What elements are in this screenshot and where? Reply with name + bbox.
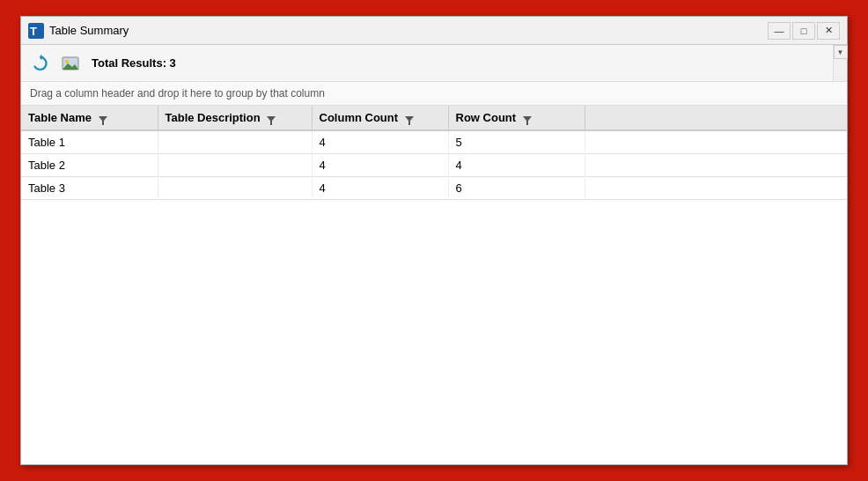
cell-name-1: Table 2 [21, 154, 158, 177]
col-header-row-count[interactable]: Row Count [448, 106, 585, 130]
cell-column_count-2: 4 [312, 177, 448, 200]
app-icon: T [28, 23, 44, 39]
svg-text:T: T [30, 25, 37, 38]
total-results: Total Results: 3 [92, 56, 176, 70]
drag-hint-text: Drag a column header and drop it here to… [30, 87, 325, 100]
cell-extra-2 [585, 177, 847, 200]
table-row[interactable]: Table 244 [21, 154, 847, 177]
image-icon [61, 54, 80, 73]
table-header-row: Table Name Table Description Column Coun… [21, 106, 847, 130]
col-header-extra [585, 106, 847, 130]
window-title: Table Summary [49, 24, 768, 37]
cell-row_count-1: 4 [448, 154, 585, 177]
col-header-column-count[interactable]: Column Count [312, 106, 448, 130]
close-button[interactable]: ✕ [817, 22, 840, 40]
minimize-button[interactable]: — [768, 22, 791, 40]
filter-icon-description[interactable] [267, 115, 276, 123]
image-button[interactable] [58, 51, 83, 76]
filter-icon-name[interactable] [99, 115, 107, 123]
cell-column_count-0: 4 [312, 130, 448, 154]
cell-row_count-2: 6 [448, 177, 585, 200]
col-header-description[interactable]: Table Description [158, 106, 312, 130]
maximize-button[interactable]: □ [792, 22, 815, 40]
filter-icon-column-count[interactable] [405, 115, 414, 123]
table-container: Table Name Table Description Column Coun… [21, 106, 847, 464]
toolbar-scrollbar[interactable]: ▼ [833, 45, 847, 81]
cell-row_count-0: 5 [448, 130, 585, 154]
results-table: Table Name Table Description Column Coun… [21, 106, 847, 200]
cell-description-0 [158, 130, 312, 154]
svg-point-4 [65, 60, 69, 63]
refresh-button[interactable] [28, 51, 53, 76]
toolbar: Total Results: 3 ▼ [21, 45, 847, 82]
cell-column_count-1: 4 [312, 154, 448, 177]
cell-extra-0 [585, 130, 847, 154]
svg-marker-6 [99, 116, 107, 125]
table-row[interactable]: Table 145 [21, 130, 847, 154]
window-controls: — □ ✕ [768, 22, 840, 40]
col-header-name[interactable]: Table Name [21, 106, 158, 130]
svg-marker-7 [267, 116, 276, 125]
title-bar: T Table Summary — □ ✕ [21, 17, 847, 45]
cell-name-0: Table 1 [21, 130, 158, 154]
svg-marker-9 [523, 116, 532, 125]
refresh-icon [31, 54, 50, 73]
filter-icon-row-count[interactable] [523, 115, 532, 123]
cell-description-1 [158, 154, 312, 177]
svg-marker-8 [405, 116, 414, 125]
cell-name-2: Table 3 [21, 177, 158, 200]
table-row[interactable]: Table 346 [21, 177, 847, 200]
main-window: T Table Summary — □ ✕ Total Results: 3 [20, 16, 848, 465]
cell-extra-1 [585, 154, 847, 177]
drag-hint-bar: Drag a column header and drop it here to… [21, 82, 847, 106]
cell-description-2 [158, 177, 312, 200]
scroll-down-arrow[interactable]: ▼ [834, 45, 848, 59]
